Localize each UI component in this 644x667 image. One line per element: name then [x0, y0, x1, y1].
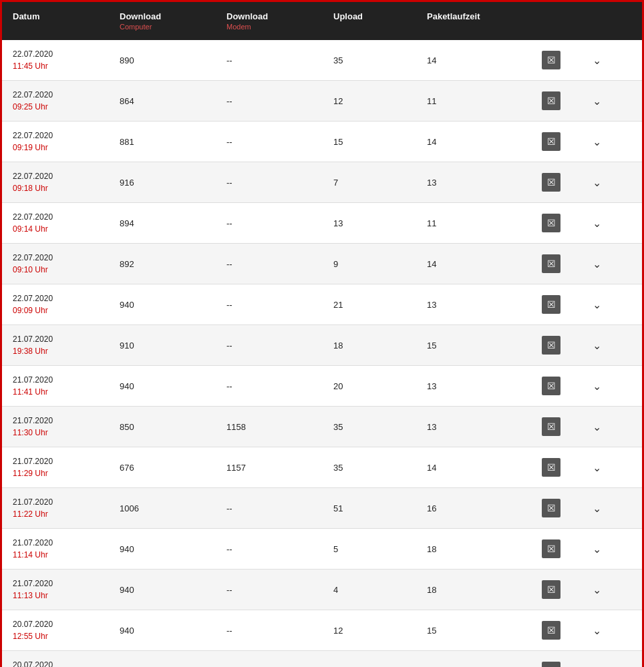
- table-row: 21.07.2020 11:13 Uhr 940 -- 4 18 ☒ ⌄: [2, 570, 642, 610]
- expand-button[interactable]: ⌄: [587, 337, 607, 355]
- expand-button[interactable]: ⌄: [587, 214, 607, 232]
- cell-dl-modem: --: [216, 495, 323, 521]
- cell-dl-modem: --: [216, 332, 323, 359]
- cell-date: 20.07.2020 11:00 Uhr: [2, 651, 109, 667]
- delete-button[interactable]: ☒: [542, 499, 560, 517]
- col-download-computer: Download Computer: [109, 2, 216, 40]
- delete-button[interactable]: ☒: [542, 580, 560, 599]
- cell-delete-action: ☒: [536, 249, 577, 278]
- table-row: 22.07.2020 11:45 Uhr 890 -- 35 14 ☒ ⌄: [2, 40, 642, 81]
- delete-button[interactable]: ☒: [542, 254, 560, 273]
- date-value: 22.07.2020: [13, 172, 53, 181]
- expand-button[interactable]: ⌄: [587, 459, 607, 477]
- delete-button[interactable]: ☒: [542, 214, 560, 232]
- cell-date: 21.07.2020 11:14 Uhr: [2, 529, 109, 569]
- date-value: 22.07.2020: [13, 90, 53, 99]
- cell-dl-computer: 890: [109, 47, 216, 73]
- expand-button[interactable]: ⌄: [587, 662, 607, 668]
- delete-button[interactable]: ☒: [542, 621, 560, 640]
- expand-button[interactable]: ⌄: [587, 92, 607, 110]
- date-value: 21.07.2020: [13, 375, 53, 385]
- cell-dl-modem: --: [216, 292, 323, 318]
- cell-delete-action: ☒: [536, 534, 577, 564]
- cell-expand-action: ⌄: [577, 166, 617, 200]
- cell-delete-action: ☒: [536, 127, 577, 156]
- cell-upload: 7: [323, 170, 416, 196]
- cell-upload: 4: [323, 577, 416, 603]
- cell-date: 22.07.2020 09:14 Uhr: [2, 203, 109, 243]
- delete-button[interactable]: ☒: [542, 173, 560, 192]
- delete-button[interactable]: ☒: [542, 662, 560, 667]
- cell-expand-action: ⌄: [577, 532, 617, 566]
- expand-button[interactable]: ⌄: [587, 418, 607, 436]
- cell-paket: 14: [416, 47, 536, 73]
- table-row: 21.07.2020 19:38 Uhr 910 -- 18 15 ☒ ⌄: [2, 325, 642, 366]
- expand-button[interactable]: ⌄: [587, 296, 607, 314]
- date-value: 21.07.2020: [13, 579, 53, 588]
- expand-button[interactable]: ⌄: [587, 255, 607, 273]
- cell-delete-action: ☒: [536, 575, 577, 604]
- delete-button[interactable]: ☒: [542, 458, 560, 477]
- cell-date: 21.07.2020 11:30 Uhr: [2, 407, 109, 447]
- table-row: 20.07.2020 11:00 Uhr 825 1159 19 15 ☒ ⌄: [2, 651, 642, 667]
- cell-dl-computer: 916: [109, 170, 216, 196]
- cell-dl-modem: --: [216, 129, 323, 155]
- expand-button[interactable]: ⌄: [587, 133, 607, 151]
- cell-expand-action: ⌄: [577, 573, 617, 607]
- delete-button[interactable]: ☒: [542, 377, 560, 395]
- table-row: 22.07.2020 09:19 Uhr 881 -- 15 14 ☒ ⌄: [2, 122, 642, 162]
- cell-dl-computer: 1006: [109, 495, 216, 521]
- table-row: 22.07.2020 09:25 Uhr 864 -- 12 11 ☒ ⌄: [2, 81, 642, 122]
- expand-button[interactable]: ⌄: [587, 499, 607, 517]
- delete-button[interactable]: ☒: [542, 295, 560, 314]
- cell-paket: 15: [416, 332, 536, 359]
- cell-paket: 16: [416, 495, 536, 521]
- expand-button[interactable]: ⌄: [587, 581, 607, 599]
- expand-button[interactable]: ⌄: [587, 377, 607, 395]
- cell-dl-computer: 940: [109, 373, 216, 399]
- time-value: 11:41 Uhr: [13, 387, 48, 397]
- delete-button[interactable]: ☒: [542, 91, 560, 110]
- col-paketlaufzeit: Paketlaufzeit: [416, 2, 536, 40]
- cell-dl-modem: 1158: [216, 414, 323, 440]
- delete-button[interactable]: ☒: [542, 132, 560, 151]
- cell-dl-computer: 894: [109, 210, 216, 236]
- delete-button[interactable]: ☒: [542, 417, 560, 436]
- delete-button[interactable]: ☒: [542, 539, 560, 558]
- cell-dl-computer: 940: [109, 618, 216, 644]
- cell-expand-action: ⌄: [577, 328, 617, 363]
- time-value: 09:14 Uhr: [13, 224, 48, 234]
- date-value: 22.07.2020: [13, 131, 53, 140]
- time-value: 11:45 Uhr: [13, 61, 48, 71]
- time-value: 09:18 Uhr: [13, 184, 48, 193]
- col-datum: Datum: [2, 2, 109, 40]
- cell-upload: 12: [323, 88, 416, 114]
- speed-test-table: Datum Download Computer Download Modem U…: [2, 2, 642, 667]
- cell-delete-action: ☒: [536, 168, 577, 197]
- cell-date: 22.07.2020 11:45 Uhr: [2, 40, 109, 80]
- cell-expand-action: ⌄: [577, 614, 617, 648]
- time-value: 11:14 Uhr: [13, 550, 48, 560]
- cell-delete-action: ☒: [536, 45, 577, 75]
- date-value: 22.07.2020: [13, 294, 53, 303]
- time-value: 12:55 Uhr: [13, 632, 48, 641]
- expand-button[interactable]: ⌄: [587, 174, 607, 192]
- cell-date: 21.07.2020 11:41 Uhr: [2, 366, 109, 406]
- cell-expand-action: ⌄: [577, 410, 617, 444]
- time-value: 11:13 Uhr: [13, 591, 48, 600]
- delete-button[interactable]: ☒: [542, 51, 560, 69]
- cell-date: 20.07.2020 12:55 Uhr: [2, 610, 109, 650]
- cell-upload: 9: [323, 251, 416, 277]
- cell-date: 21.07.2020 11:22 Uhr: [2, 488, 109, 528]
- date-value: 20.07.2020: [13, 620, 53, 629]
- cell-upload: 13: [323, 210, 416, 236]
- date-value: 22.07.2020: [13, 253, 53, 262]
- delete-button[interactable]: ☒: [542, 336, 560, 355]
- expand-button[interactable]: ⌄: [587, 540, 607, 558]
- expand-button[interactable]: ⌄: [587, 622, 607, 640]
- expand-button[interactable]: ⌄: [587, 51, 607, 69]
- cell-upload: 5: [323, 536, 416, 562]
- cell-dl-modem: --: [216, 47, 323, 73]
- time-value: 11:22 Uhr: [13, 509, 48, 519]
- date-value: 21.07.2020: [13, 416, 53, 425]
